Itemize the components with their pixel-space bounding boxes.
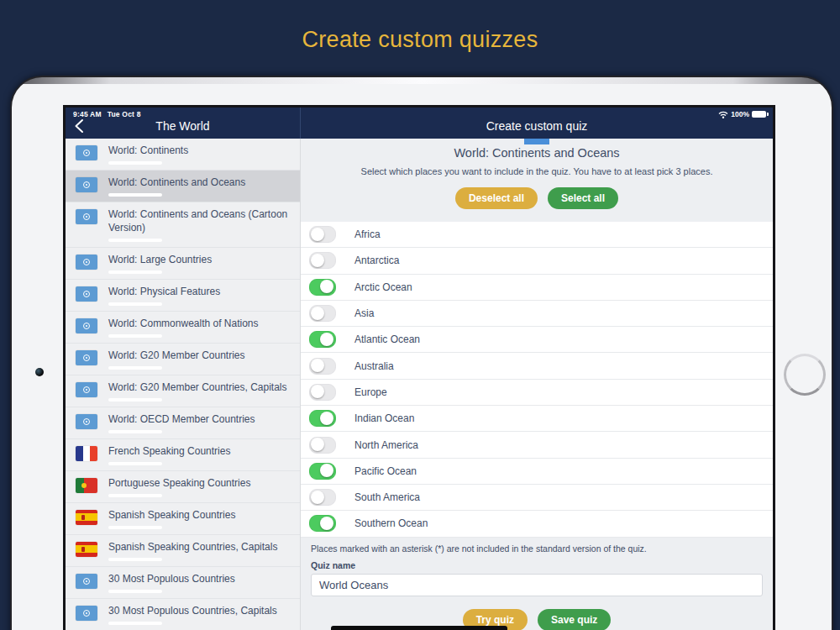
place-label: Asia bbox=[354, 307, 374, 319]
quiz-name-input[interactable] bbox=[311, 574, 763, 596]
toggle-switch[interactable] bbox=[309, 515, 336, 532]
deselect-all-button[interactable]: Deselect all bbox=[455, 187, 538, 209]
app-screen: 9:45 AMTue Oct 8 The World World: Contin… bbox=[66, 108, 773, 630]
home-button[interactable] bbox=[784, 354, 826, 396]
toggle-knob bbox=[311, 307, 324, 320]
toggle-knob bbox=[311, 254, 324, 267]
progress-bar bbox=[108, 270, 162, 274]
place-row: Pacific Ocean bbox=[301, 459, 773, 485]
toggle-knob bbox=[320, 412, 333, 425]
quiz-label: World: Continents and Oceans bbox=[108, 176, 245, 190]
status-date: Tue Oct 8 bbox=[108, 110, 141, 118]
quiz-name-label: Quiz name bbox=[311, 560, 763, 570]
list-item[interactable]: World: Continents and Oceans (Cartoon Ve… bbox=[66, 202, 300, 248]
list-item[interactable]: 30 Most Populous Countries, Capitals bbox=[66, 599, 300, 630]
place-row: Atlantic Ocean bbox=[301, 327, 773, 353]
toggle-switch[interactable] bbox=[309, 463, 336, 480]
list-item[interactable]: World: OECD Member Countries bbox=[66, 407, 300, 439]
flag-icon bbox=[76, 510, 97, 525]
marketing-page: Create custom quizzes 9:45 AMTue Oct 8 T… bbox=[0, 0, 840, 630]
list-item[interactable]: World: Continents bbox=[66, 139, 300, 171]
battery-icon bbox=[752, 111, 766, 118]
toggle-knob bbox=[311, 438, 324, 451]
list-item[interactable]: Portuguese Speaking Countries bbox=[66, 471, 300, 503]
place-row: Southern Ocean bbox=[301, 511, 773, 537]
toggle-switch[interactable] bbox=[309, 305, 336, 322]
progress-bar bbox=[108, 590, 162, 593]
quiz-label: World: Continents and Oceans (Cartoon Ve… bbox=[108, 208, 295, 234]
toggle-switch[interactable] bbox=[309, 384, 336, 401]
progress-bar bbox=[108, 558, 162, 561]
select-all-button[interactable]: Select all bbox=[548, 187, 618, 209]
place-label: Pacific Ocean bbox=[354, 465, 417, 477]
list-item[interactable]: French Speaking Countries bbox=[66, 439, 300, 471]
progress-bar bbox=[108, 239, 162, 242]
quiz-header-section: World: Continents and Oceans Select whic… bbox=[301, 139, 773, 222]
quiz-label: French Speaking Countries bbox=[108, 445, 230, 459]
toggle-switch[interactable] bbox=[309, 358, 336, 375]
quiz-label: World: G20 Member Countries, Capitals bbox=[108, 381, 287, 395]
status-bar-right: 100% bbox=[718, 110, 766, 118]
flag-icon bbox=[76, 478, 97, 493]
quiz-footer-section: Places marked with an asterisk (*) are n… bbox=[301, 538, 773, 630]
list-item[interactable]: World: Physical Features bbox=[66, 280, 300, 312]
place-label: Indian Ocean bbox=[354, 412, 414, 424]
progress-bar bbox=[108, 430, 162, 433]
toggle-switch[interactable] bbox=[309, 331, 336, 348]
place-row: Asia bbox=[301, 301, 773, 327]
sidebar-title: The World bbox=[66, 119, 300, 133]
toggle-knob bbox=[311, 359, 324, 372]
quiz-list: World: Continents World: Continents and … bbox=[66, 139, 301, 630]
place-row: Africa bbox=[301, 222, 773, 248]
list-item[interactable]: World: Large Countries bbox=[66, 248, 300, 280]
progress-bar bbox=[108, 398, 162, 402]
list-item[interactable]: World: Commonwealth of Nations bbox=[66, 312, 300, 344]
flag-icon bbox=[76, 350, 97, 365]
tab-indicator bbox=[524, 139, 549, 144]
place-label: South America bbox=[354, 491, 420, 503]
toggle-knob bbox=[320, 280, 333, 293]
toggle-switch[interactable] bbox=[309, 252, 336, 269]
place-row: Australia bbox=[301, 353, 773, 379]
place-row: Antarctica bbox=[301, 248, 773, 274]
quiz-label: World: Commonwealth of Nations bbox=[108, 318, 259, 331]
quiz-label: Spanish Speaking Countries, Capitals bbox=[108, 541, 277, 554]
list-item[interactable]: World: Continents and Oceans bbox=[66, 171, 300, 202]
list-item[interactable]: Spanish Speaking Countries bbox=[66, 503, 300, 535]
toggle-switch[interactable] bbox=[309, 410, 336, 427]
battery-percent: 100% bbox=[731, 110, 749, 118]
list-item[interactable]: World: G20 Member Countries, Capitals bbox=[66, 375, 300, 407]
quiz-label: Spanish Speaking Countries bbox=[108, 509, 235, 522]
toggle-switch[interactable] bbox=[309, 437, 336, 454]
toggle-knob bbox=[311, 491, 324, 504]
quiz-label: World: OECD Member Countries bbox=[108, 413, 255, 427]
save-quiz-button[interactable]: Save quiz bbox=[538, 609, 611, 630]
main-panel: Create custom quiz 100% World: Continent… bbox=[301, 108, 773, 630]
quiz-label: World: G20 Member Countries bbox=[108, 349, 245, 363]
toggle-switch[interactable] bbox=[309, 279, 336, 296]
toggle-knob bbox=[311, 385, 324, 398]
place-row: Arctic Ocean bbox=[301, 275, 773, 301]
place-row: Indian Ocean bbox=[301, 406, 773, 432]
toggle-knob bbox=[320, 517, 333, 530]
front-camera-icon bbox=[35, 368, 44, 376]
list-item[interactable]: 30 Most Populous Countries bbox=[66, 567, 300, 599]
sidebar-header: 9:45 AMTue Oct 8 The World bbox=[66, 108, 301, 139]
progress-bar bbox=[108, 462, 162, 465]
quiz-label: 30 Most Populous Countries bbox=[108, 573, 235, 586]
toggle-switch[interactable] bbox=[309, 489, 336, 506]
progress-bar bbox=[108, 622, 162, 625]
quiz-label: Portuguese Speaking Countries bbox=[108, 477, 250, 491]
place-label: Atlantic Ocean bbox=[354, 333, 420, 345]
toggle-knob bbox=[320, 464, 333, 477]
asterisk-note: Places marked with an asterisk (*) are n… bbox=[311, 543, 763, 554]
quiz-label: 30 Most Populous Countries, Capitals bbox=[108, 605, 277, 618]
flag-icon bbox=[76, 542, 97, 557]
flag-icon bbox=[76, 574, 97, 589]
place-list: Africa Antarctica Arctic Ocean Asia Atla… bbox=[301, 222, 773, 538]
flag-icon bbox=[76, 606, 97, 621]
list-item[interactable]: Spanish Speaking Countries, Capitals bbox=[66, 535, 300, 567]
flag-icon bbox=[76, 255, 97, 270]
toggle-switch[interactable] bbox=[309, 226, 336, 243]
list-item[interactable]: World: G20 Member Countries bbox=[66, 344, 300, 375]
